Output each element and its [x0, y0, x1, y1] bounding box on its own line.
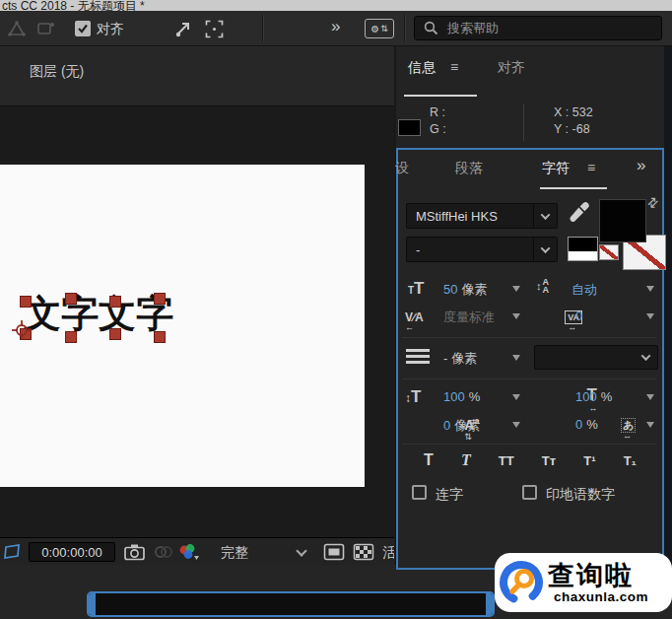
faux-bold-button[interactable]: T	[424, 451, 434, 469]
window-edge-strip	[664, 46, 672, 570]
selection-handle[interactable]	[154, 331, 166, 343]
region-of-interest-icon[interactable]	[3, 542, 23, 562]
ligatures-checkbox[interactable]	[412, 485, 427, 500]
watermark-domain: chaxunla.com	[554, 590, 648, 604]
dropdown-arrow-icon[interactable]	[512, 313, 520, 319]
puppet-pin-tool-icon[interactable]	[173, 20, 195, 38]
font-size-icon: TT	[408, 279, 425, 299]
selection-handle[interactable]	[109, 296, 121, 308]
info-panel: 信息 ≡ 对齐 R : G : X : 532 Y : -68	[396, 46, 664, 148]
superscript-button[interactable]: T¹	[583, 453, 595, 468]
font-style-value: -	[407, 242, 533, 257]
dropdown-arrow-icon[interactable]	[512, 394, 520, 400]
selection-handle[interactable]	[20, 296, 32, 308]
anchor-point-icon[interactable]	[11, 319, 33, 341]
panel-menu-icon[interactable]: ≡	[587, 160, 595, 175]
timecode-field[interactable]: 0:00:00:00	[29, 542, 115, 562]
all-caps-button[interactable]: TT	[499, 453, 514, 468]
watermark-title: 查询啦	[548, 562, 648, 590]
leading-value[interactable]: 自动	[571, 281, 597, 299]
faux-italic-button[interactable]: T	[461, 451, 471, 469]
swap-fill-stroke-icon[interactable]: ⇄	[643, 193, 661, 211]
ligatures-label: 连字	[436, 486, 463, 504]
show-channel-rgb-icon[interactable]	[178, 543, 200, 561]
tab-effects-partial[interactable]: 设	[395, 160, 409, 177]
red-label: R :	[430, 105, 445, 119]
font-size-value[interactable]: 50像素	[443, 281, 487, 299]
toolbar-overflow-chevron[interactable]: »	[331, 17, 339, 36]
work-area-start-handle[interactable]	[89, 593, 96, 615]
selection-handle[interactable]	[154, 293, 166, 305]
free-transform-brackets-icon[interactable]	[205, 20, 224, 38]
mask-vertex-tool-icon[interactable]	[6, 20, 28, 37]
tsume-value[interactable]: 0%	[575, 417, 598, 432]
info-divider	[523, 103, 524, 141]
chevron-down-icon	[634, 346, 657, 369]
fill-color-swatch[interactable]	[599, 199, 646, 242]
dropdown-arrow-icon[interactable]	[646, 313, 654, 319]
stroke-width-icon	[406, 346, 430, 367]
subscript-button[interactable]: T₁	[624, 453, 637, 468]
show-snapshot-icon[interactable]	[154, 544, 173, 560]
watermark-badge: 查询啦 chaxunla.com	[495, 553, 672, 612]
check-icon	[77, 23, 89, 34]
tracking-value[interactable]: 0	[575, 309, 582, 323]
work-area-bar[interactable]	[87, 591, 495, 617]
snap-align-checkbox[interactable]	[75, 21, 91, 36]
panel-divider	[402, 378, 656, 379]
toolbar: 对齐 » ⚙⇅ 搜索帮助	[0, 11, 672, 46]
help-search-input[interactable]: 搜索帮助	[414, 16, 662, 40]
character-panel: 设 段落 字符 ≡ » MStiffHei HKS - ⇄ TT 50像素 ↕A…	[396, 148, 664, 570]
resolution-chevron-icon[interactable]	[296, 545, 306, 556]
baseline-shift-value[interactable]: 0像素	[443, 417, 480, 435]
dropdown-arrow-icon[interactable]	[512, 286, 520, 292]
hindi-digits-checkbox[interactable]	[522, 485, 537, 500]
tab-character[interactable]: 字符	[542, 160, 570, 177]
after-effects-window: cts CC 2018 - 无标题项目 * 对齐 » ⚙⇅	[0, 0, 672, 619]
font-style-dropdown[interactable]: -	[406, 237, 558, 262]
tab-info[interactable]: 信息	[408, 59, 436, 77]
stroke-width-value[interactable]: -像素	[443, 350, 477, 368]
font-family-dropdown[interactable]: MStiffHei HKS	[406, 203, 558, 229]
panel-overflow-chevron[interactable]: »	[637, 156, 644, 175]
vertical-scale-icon: ↕T	[405, 387, 421, 407]
vertical-scale-value[interactable]: 100%	[443, 389, 480, 404]
dropdown-arrow-icon[interactable]	[512, 355, 520, 361]
dropdown-arrow-icon[interactable]	[646, 394, 654, 400]
selection-handle[interactable]	[109, 328, 121, 340]
active-tab-underline	[540, 187, 607, 189]
tab-paragraph[interactable]: 段落	[455, 160, 483, 177]
leading-icon: ↕AA	[536, 276, 549, 294]
view-dropdown-partial[interactable]: 活	[382, 544, 394, 562]
resolution-dropdown[interactable]: 完整	[221, 544, 248, 562]
toolbar-divider	[404, 15, 405, 41]
mask-shape-tool-icon[interactable]	[35, 20, 57, 37]
panel-divider	[402, 337, 656, 338]
panel-menu-icon[interactable]: ≡	[450, 59, 458, 75]
kerning-value[interactable]: 度量标准	[443, 309, 495, 326]
no-fill-mini-swatch[interactable]	[599, 244, 619, 260]
transparency-grid-icon[interactable]	[353, 543, 374, 561]
small-caps-button[interactable]: Tᴛ	[542, 453, 556, 468]
layer-tab[interactable]: 图层 (无)	[30, 63, 84, 81]
dropdown-arrow-icon[interactable]	[646, 286, 654, 292]
selection-handle[interactable]	[65, 331, 77, 343]
composition-viewport[interactable]: 文字文字	[0, 106, 394, 537]
work-area-end-handle[interactable]	[486, 593, 493, 615]
sync-settings-button[interactable]: ⚙⇅	[365, 19, 394, 38]
tab-align[interactable]: 对齐	[498, 59, 525, 77]
search-placeholder: 搜索帮助	[447, 20, 499, 37]
snapshot-camera-icon[interactable]	[124, 543, 146, 561]
stroke-type-dropdown[interactable]	[534, 345, 658, 370]
text-layer[interactable]: 文字文字	[24, 294, 173, 333]
eyedropper-icon[interactable]	[568, 201, 591, 229]
snap-align-label: 对齐	[97, 21, 124, 38]
horizontal-scale-value[interactable]: 100%	[575, 389, 612, 404]
composition-canvas[interactable]: 文字文字	[0, 165, 365, 487]
selection-handle[interactable]	[65, 293, 77, 305]
default-black-white-swatch[interactable]	[568, 237, 598, 261]
dropdown-arrow-icon[interactable]	[512, 422, 520, 428]
fast-preview-monitor-icon[interactable]	[323, 543, 345, 561]
dropdown-arrow-icon[interactable]	[646, 422, 654, 428]
color-sample-swatch	[398, 119, 421, 136]
